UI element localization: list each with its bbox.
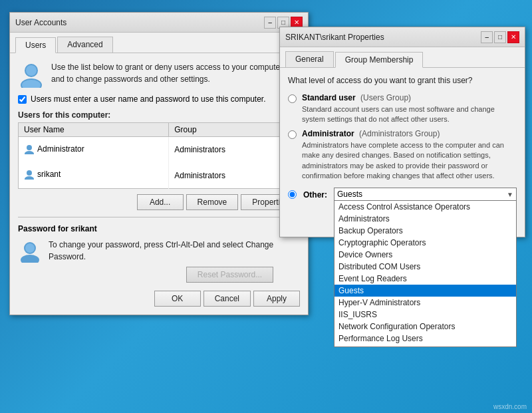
users-section-label: Users for this computer: (18, 110, 300, 120)
properties-tabs: General Group Membership (280, 47, 525, 68)
administrator-group: (Administrators Group) (359, 129, 440, 138)
dropdown-item[interactable]: Event Log Readers (334, 273, 516, 285)
user-name-cell: Administrator (19, 137, 169, 163)
dropdown-selected: Guests (337, 190, 507, 199)
svg-point-7 (25, 176, 34, 180)
tab-group-membership[interactable]: Group Membership (335, 52, 424, 68)
props-maximize-button[interactable]: □ (494, 31, 506, 43)
dropdown-item[interactable]: Hyper-V Administrators (334, 297, 516, 309)
password-text: To change your password, press Ctrl-Alt-… (49, 239, 273, 283)
password-section: Password for srikant To change your pass… (18, 217, 300, 283)
info-line1: Use the list below to grant or deny user… (51, 61, 285, 73)
user-row-icon: Administrator (24, 144, 84, 154)
password-header: Password for srikant (18, 224, 300, 233)
dropdown-item[interactable]: Cryptographic Operators (334, 237, 516, 249)
ok-button[interactable]: OK (154, 291, 201, 307)
other-section: Other: Guests ▼ Access Control Assistanc… (288, 188, 517, 201)
reset-password-button[interactable]: Reset Password... (186, 267, 273, 283)
administrator-option: Administrator (Administrators Group) Adm… (288, 129, 517, 182)
cancel-button[interactable]: Cancel (203, 291, 251, 307)
dropdown-item[interactable]: Network Configuration Operators (334, 321, 516, 333)
table-buttons: Add... Remove Properties (18, 194, 300, 210)
must-login-label: Users must enter a user name and passwor… (31, 94, 266, 104)
user-avatar-icon (24, 169, 35, 180)
add-button[interactable]: Add... (137, 194, 184, 210)
user-accounts-window: User Accounts ‒ □ ✕ Users Advanced Use t… (9, 12, 309, 315)
users-table-header: User Name Group (19, 123, 300, 137)
users-table: User Name Group Administrator (18, 122, 300, 189)
svg-point-6 (27, 170, 32, 176)
users-table-section: Users for this computer: User Name Group (18, 110, 300, 189)
dropdown-item[interactable]: Device Owners (334, 249, 516, 261)
svg-point-4 (27, 145, 32, 150)
standard-user-label: Standard user (Users Group) (302, 93, 517, 102)
chevron-down-icon: ▼ (507, 191, 513, 198)
administrator-radio[interactable] (288, 130, 297, 139)
dropdown-item[interactable]: Performance Log Users (334, 333, 516, 344)
dropdown-item[interactable]: Performance Monitor Users (334, 344, 516, 347)
administrator-desc: Administrators have complete access to t… (302, 140, 517, 182)
props-question: What level of access do you want to gran… (288, 76, 517, 85)
props-content: What level of access do you want to gran… (280, 68, 525, 237)
table-row[interactable]: Administrator Administrators (19, 137, 300, 163)
standard-user-group: (Users Group) (360, 93, 411, 102)
svg-point-5 (25, 151, 34, 154)
user-info-text: Use the list below to grant or deny user… (51, 61, 285, 85)
administrator-label-block: Administrator (Administrators Group) Adm… (302, 129, 517, 182)
dropdown-wrapper: Guests ▼ Access Control Assistance Opera… (334, 188, 517, 201)
dropdown-item[interactable]: IIS_IUSRS (334, 309, 516, 321)
tab-users[interactable]: Users (15, 37, 56, 53)
user-name-cell: srikant (19, 163, 169, 189)
password-line1: To change your password, press Ctrl-Alt-… (49, 239, 273, 251)
tab-advanced[interactable]: Advanced (57, 37, 112, 53)
standard-user-label-block: Standard user (Users Group) Standard acc… (302, 93, 517, 125)
table-row[interactable]: srikant Administrators (19, 163, 300, 189)
user-accounts-title: User Accounts (15, 18, 66, 27)
user-info-section: Use the list below to grant or deny user… (18, 61, 300, 88)
user-accounts-tabs: Users Advanced (10, 33, 308, 53)
ok-cancel-row: OK Cancel Apply (18, 291, 300, 307)
props-minimize-button[interactable]: ‒ (481, 31, 493, 43)
watermark: wsxdn.com (493, 403, 527, 410)
dropdown-item-guests[interactable]: Guests (334, 285, 516, 297)
checkbox-row: Users must enter a user name and passwor… (18, 94, 300, 104)
svg-point-9 (21, 255, 39, 263)
dropdown-item[interactable]: Administrators (334, 213, 516, 225)
properties-window-controls: ‒ □ ✕ (481, 31, 519, 43)
other-label: Other: (303, 190, 327, 200)
standard-user-option: Standard user (Users Group) Standard acc… (288, 93, 517, 125)
administrator-label: Administrator (Administrators Group) (302, 129, 517, 138)
user-avatar-icon (24, 144, 35, 154)
apply-button[interactable]: Apply (253, 291, 300, 307)
dropdown-item[interactable]: Backup Operators (334, 225, 516, 237)
dropdown-item[interactable]: Access Control Assistance Operators (334, 201, 516, 213)
password-row: To change your password, press Ctrl-Alt-… (18, 239, 300, 283)
user-accounts-titlebar: User Accounts ‒ □ ✕ (10, 13, 308, 33)
other-radio[interactable] (288, 190, 297, 199)
col-username: User Name (19, 123, 169, 137)
standard-user-desc: Standard account users can use most soft… (302, 104, 517, 125)
tab-general[interactable]: General (285, 51, 334, 67)
users-table-body: Administrator Administrators (19, 137, 300, 189)
props-close-button[interactable]: ✕ (507, 31, 519, 43)
info-line2: and to change passwords and other settin… (51, 73, 285, 85)
must-login-checkbox[interactable] (18, 95, 27, 104)
user-row-icon: srikant (24, 169, 61, 180)
user-icon-large (18, 61, 45, 88)
minimize-button[interactable]: ‒ (264, 17, 276, 29)
properties-titlebar: SRIKANT\srikant Properties ‒ □ ✕ (280, 27, 525, 47)
radio-section: Standard user (Users Group) Standard acc… (288, 93, 517, 181)
dropdown-list: Access Control Assistance Operators Admi… (334, 201, 517, 347)
password-icon (18, 239, 42, 263)
svg-point-2 (26, 65, 37, 76)
standard-user-radio[interactable] (288, 94, 297, 103)
user-accounts-content: Use the list below to grant or deny user… (10, 53, 308, 315)
properties-title: SRIKANT\srikant Properties (285, 33, 384, 42)
dropdown-item[interactable]: Distributed COM Users (334, 261, 516, 273)
dropdown-header[interactable]: Guests ▼ (334, 188, 517, 201)
remove-button[interactable]: Remove (186, 194, 239, 210)
properties-window: SRIKANT\srikant Properties ‒ □ ✕ General… (279, 27, 525, 237)
password-line2: Password. (49, 251, 273, 263)
svg-point-10 (25, 243, 35, 253)
